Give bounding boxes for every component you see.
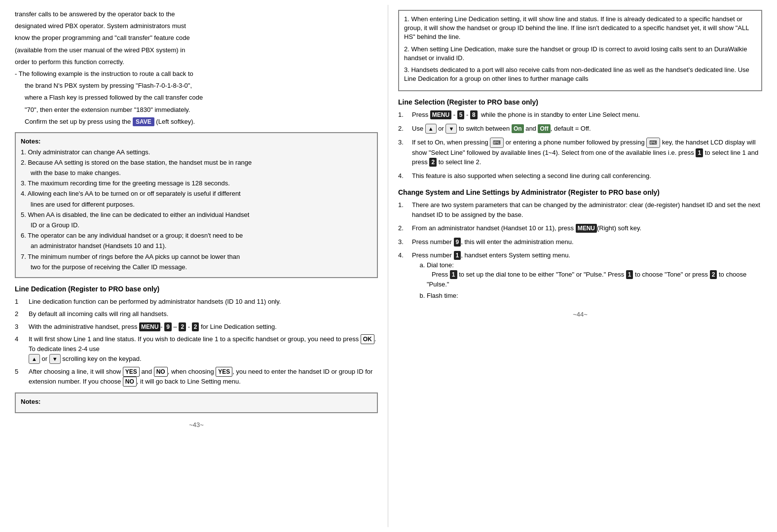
dial-tone-detail: Press 1 to set up the dial tone to be ei…	[427, 271, 746, 288]
arrow-up-icon[interactable]: ▲	[29, 354, 40, 364]
info-item-2: 2. When setting Line Dedication, make su…	[404, 45, 756, 63]
line-dedication-list: 1 Line dedication function can be perfor…	[15, 297, 378, 387]
intro-line-3: know the proper programming and "call tr…	[15, 34, 378, 42]
off-key: Off	[538, 124, 550, 133]
arrow-up-icon-r[interactable]: ▲	[425, 124, 437, 134]
note-7: 7. The minimum number of rings before th…	[21, 252, 372, 261]
note-5b: ID or a Group ID.	[21, 221, 372, 230]
list-item: 5 After choosing a line, it will show YE…	[15, 367, 378, 387]
flash-icon2: ⌨	[646, 138, 660, 148]
intro-line-10: Confirm the set up by press using the SA…	[15, 117, 378, 127]
menu-key: MENU	[139, 322, 160, 331]
list-item: 3 With the administrative handset, press…	[15, 322, 378, 332]
menu-key-r2: MENU	[576, 224, 597, 233]
key-1: 1	[696, 148, 703, 157]
key-9: 9	[164, 322, 172, 331]
key-5: 5	[457, 110, 465, 119]
arrow-down-icon[interactable]: ▼	[49, 354, 61, 364]
no-key: NO	[154, 367, 168, 377]
note-6b: an administrator handset (Handsets 10 an…	[21, 242, 372, 250]
change-system-list: 1. There are two system parameters that …	[398, 200, 762, 303]
page-num-right: ~44~	[398, 311, 762, 318]
list-item: 4. Press number 1, handset enters System…	[398, 250, 762, 303]
note-4: 4. Allowing each line's AA to be turned …	[21, 189, 372, 198]
key-1-dial2: 1	[626, 270, 633, 279]
list-item: 4. This feature is also supported when s…	[398, 171, 762, 181]
note-1: 1. Only administrator can change AA sett…	[21, 148, 372, 157]
save-button-label: SAVE	[133, 117, 154, 127]
intro-line-1: transfer calls to be answered by the ope…	[15, 10, 378, 19]
arrow-down-icon-r[interactable]: ▼	[445, 124, 457, 134]
no-key2: NO	[123, 377, 137, 387]
notes-title-1: Notes:	[21, 138, 40, 145]
yes-key2: YES	[216, 367, 232, 377]
note-2b: with the base to make changes.	[21, 169, 372, 177]
menu-key-r: MENU	[430, 110, 451, 119]
on-key: On	[512, 124, 524, 133]
key-9-r: 9	[454, 238, 461, 247]
note-5: 5. When AA is disabled, the line can be …	[21, 211, 372, 219]
list-item: 3. Press number 9, this will enter the a…	[398, 237, 762, 247]
list-item: 4 It will first show Line 1 and line sta…	[15, 334, 378, 364]
line-selection-title: Line Selection (Register to PRO base onl…	[398, 98, 762, 106]
intro-line-8: where a Flash key is pressed followed by…	[15, 93, 378, 102]
notes-title-2: Notes:	[21, 398, 40, 405]
list-item: Dial tone: Press 1 to set up the dial to…	[427, 260, 762, 289]
yes-key: YES	[123, 367, 140, 377]
key-2: 2	[429, 158, 437, 167]
flash-icon: ⌨	[490, 138, 504, 148]
intro-line-6: - The following example is the instructi…	[15, 70, 378, 78]
intro-line-7: the brand N's PBX system by pressing "Fl…	[15, 81, 378, 90]
sub-alpha-list: Dial tone: Press 1 to set up the dial to…	[412, 260, 762, 301]
intro-line-2: designated wired PBX operator. System ad…	[15, 22, 378, 31]
list-item: 1 Line dedication function can be perfor…	[15, 297, 378, 307]
note-6: 6. The operator can be any individual ha…	[21, 231, 372, 240]
info-box: 1. When entering Line Dedication setting…	[398, 10, 762, 91]
info-item-1: 1. When entering Line Dedication setting…	[404, 15, 756, 42]
line-selection-list: 1. Press MENU - 5 - 8 while the phone is…	[398, 110, 762, 180]
note-2: 2. Because AA setting is stored on the b…	[21, 158, 372, 167]
page-num-left: ~43~	[15, 421, 378, 428]
list-item: 1. There are two system parameters that …	[398, 200, 762, 219]
list-item: Flash time:	[427, 291, 762, 301]
list-item: 2. Use ▲ or ▼ to switch between On and O…	[398, 124, 762, 134]
left-column: transfer calls to be answered by the ope…	[0, 5, 388, 527]
right-column: 1. When entering Line Dedication setting…	[388, 5, 777, 527]
list-item: 1. Press MENU - 5 - 8 while the phone is…	[398, 110, 762, 120]
ok-key: OK	[361, 334, 374, 344]
key-1-r: 1	[454, 251, 461, 260]
key-8: 8	[470, 110, 478, 119]
notes-box-1: Notes: 1. Only administrator can change …	[15, 132, 378, 278]
intro-line-4: (available from the user manual of the w…	[15, 46, 378, 55]
note-7b: two for the purpose of receiving the Cal…	[21, 263, 372, 272]
key-2b: 2	[192, 322, 199, 331]
info-item-3: 3. Handsets dedicated to a port will als…	[404, 66, 756, 83]
key-1-dial: 1	[450, 270, 457, 279]
list-item: 2 By default all incoming calls will rin…	[15, 309, 378, 319]
list-item: 2. From an administrator handset (Handse…	[398, 223, 762, 233]
notes-box-2: Notes:	[15, 392, 378, 413]
page-container: transfer calls to be answered by the ope…	[0, 0, 777, 532]
list-item: 3. If set to On, when pressing ⌨ or ente…	[398, 138, 762, 167]
key-2a: 2	[179, 322, 186, 331]
note-3: 3. The maximum recording time for the gr…	[21, 179, 372, 188]
intro-line-5: order to perform this function correctly…	[15, 58, 378, 67]
intro-line-9: "70", then enter the extension number "1…	[15, 106, 378, 114]
line-dedication-title: Line Dedication (Register to PRO base on…	[15, 285, 378, 293]
intro-text: transfer calls to be answered by the ope…	[15, 10, 378, 126]
note-4b: lines are used for different purposes.	[21, 200, 372, 209]
key-2-dial: 2	[710, 270, 717, 279]
change-system-title: Change System and Line Settings by Admin…	[398, 188, 762, 196]
